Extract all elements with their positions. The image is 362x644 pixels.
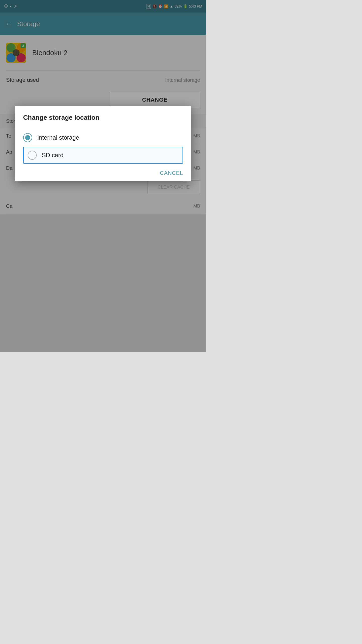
sd-card-option[interactable]: SD card [23, 147, 183, 164]
change-storage-dialog: Change storage location Internal storage… [15, 106, 191, 181]
sd-card-label: SD card [42, 152, 64, 159]
dialog-title: Change storage location [23, 114, 183, 122]
internal-storage-label: Internal storage [37, 134, 79, 141]
cancel-button[interactable]: CANCEL [160, 170, 183, 176]
sd-card-radio[interactable] [28, 151, 37, 160]
internal-storage-option[interactable]: Internal storage [23, 130, 183, 146]
radio-selected-indicator [25, 135, 30, 140]
internal-storage-radio[interactable] [23, 133, 32, 142]
dialog-overlay: Change storage location Internal storage… [0, 0, 206, 352]
dialog-actions: CANCEL [23, 165, 183, 176]
